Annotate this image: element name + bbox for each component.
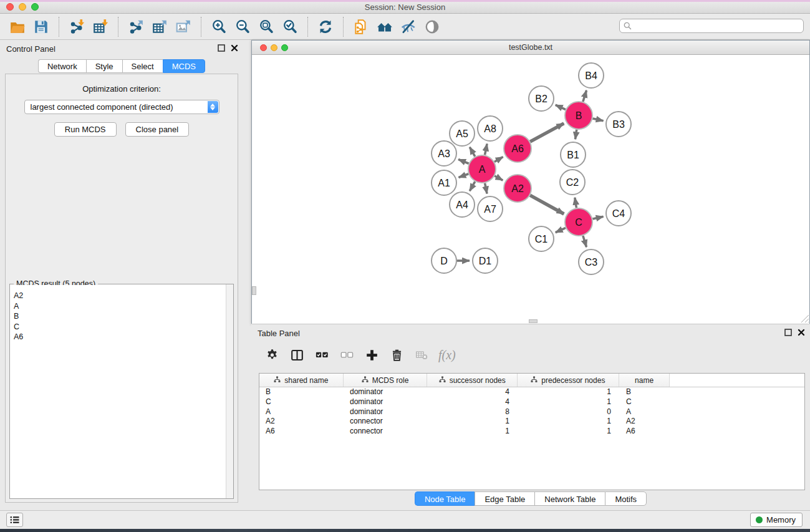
edge-B-B3[interactable] (592, 118, 603, 121)
open-folder-icon[interactable] (8, 17, 27, 36)
column-header-shared-name[interactable]: shared name (259, 374, 344, 387)
cell-mcds_role[interactable]: dominator (344, 387, 428, 397)
column-header-successor-nodes[interactable]: successor nodes (427, 374, 518, 387)
result-item[interactable]: B (11, 311, 226, 322)
criterion-select[interactable]: largest connected component (directed) (24, 100, 219, 114)
edge-A2-C[interactable] (530, 195, 564, 214)
import-network-icon[interactable] (67, 17, 86, 36)
cell-name[interactable]: A2 (620, 417, 671, 427)
edge-A-A5[interactable] (470, 147, 475, 157)
tab-motifs[interactable]: Motifs (605, 491, 647, 506)
cell-mcds_role[interactable]: connector (344, 427, 428, 437)
tab-network-table[interactable]: Network Table (534, 491, 605, 506)
clone-network-icon[interactable] (352, 17, 370, 36)
cell-name[interactable]: B (620, 387, 671, 397)
home-icon[interactable] (375, 17, 394, 36)
edge-A-A4[interactable] (470, 181, 475, 191)
edge-A-A1[interactable] (459, 174, 469, 178)
network-hscroll-thumb[interactable] (529, 319, 538, 323)
cell-successor_nodes[interactable]: 1 (428, 427, 518, 437)
cell-successor_nodes[interactable]: 1 (428, 417, 518, 427)
network-vscroll-thumb[interactable] (252, 286, 256, 295)
zoom-selected-icon[interactable] (281, 17, 299, 36)
control-tab-select[interactable]: Select (122, 59, 163, 73)
table-row-B[interactable]: Bdominator41B (259, 387, 804, 397)
cell-predecessor_nodes[interactable]: 1 (518, 427, 620, 437)
zoom-fit-icon[interactable] (257, 17, 276, 36)
control-tab-network[interactable]: Network (38, 59, 86, 73)
edge-C-C2[interactable] (575, 198, 577, 208)
control-tab-style[interactable]: Style (86, 59, 122, 73)
export-image-icon[interactable] (174, 17, 193, 36)
edge-A6-B[interactable] (530, 123, 564, 142)
column-header-MCDS-role[interactable]: MCDS role (344, 374, 428, 387)
edge-C-C1[interactable] (556, 228, 566, 232)
gear-icon[interactable] (263, 346, 281, 364)
cell-predecessor_nodes[interactable]: 0 (518, 407, 620, 417)
edge-B-B1[interactable] (576, 130, 577, 139)
cell-name[interactable]: A (620, 407, 671, 417)
result-item[interactable]: A2 (11, 291, 226, 301)
table-row-A[interactable]: Adominator80A (259, 407, 804, 417)
delete-table-icon[interactable] (412, 346, 431, 364)
cell-predecessor_nodes[interactable]: 1 (518, 387, 620, 397)
close-panel-button[interactable]: Close panel (125, 122, 190, 137)
select-all-icon[interactable] (312, 346, 331, 364)
table-row-A6[interactable]: A6connector11A6 (259, 427, 804, 437)
cell-mcds_role[interactable]: dominator (344, 397, 428, 407)
edge-C-C4[interactable] (592, 216, 603, 219)
network-window-titlebar[interactable]: testGlobe.txt (252, 41, 809, 55)
network-canvas[interactable]: AA1A2A3A4A5A6A7A8BB1B2B3B4CC1C2C3C4DD1 (252, 56, 809, 324)
float-table-panel-icon[interactable] (784, 329, 792, 336)
search-input[interactable] (619, 19, 804, 33)
task-history-button[interactable] (6, 513, 23, 527)
edge-A-A8[interactable] (485, 144, 488, 155)
cell-shared_name[interactable]: C (259, 397, 344, 407)
edge-A-A7[interactable] (485, 183, 487, 194)
zoom-in-icon[interactable] (210, 17, 228, 36)
result-scrollbar[interactable] (226, 284, 233, 498)
cell-name[interactable]: A6 (620, 427, 671, 437)
export-table-icon[interactable] (150, 17, 169, 36)
refresh-icon[interactable] (316, 17, 335, 36)
cell-predecessor_nodes[interactable]: 1 (518, 417, 620, 427)
columns-icon[interactable] (287, 346, 306, 364)
edge-C-C3[interactable] (583, 236, 587, 247)
show-view-icon[interactable] (423, 17, 441, 36)
import-table-icon[interactable] (91, 17, 110, 36)
cell-predecessor_nodes[interactable]: 1 (518, 397, 620, 407)
tab-edge-table[interactable]: Edge Table (475, 491, 534, 506)
column-header-predecessor-nodes[interactable]: predecessor nodes (518, 374, 619, 387)
cell-mcds_role[interactable]: connector (344, 417, 428, 427)
table-row-A2[interactable]: A2connector11A2 (259, 417, 804, 427)
result-item[interactable]: A6 (11, 332, 226, 342)
edge-B-B2[interactable] (556, 105, 566, 109)
cell-shared_name[interactable]: A6 (259, 427, 344, 437)
zoom-out-icon[interactable] (233, 17, 252, 36)
add-icon[interactable] (362, 346, 381, 364)
result-item[interactable]: C (11, 322, 226, 332)
edge-B-B4[interactable] (583, 90, 587, 102)
edge-A-A3[interactable] (458, 159, 469, 163)
column-header-name[interactable]: name (619, 374, 670, 387)
float-panel-icon[interactable] (218, 44, 225, 52)
cell-shared_name[interactable]: B (259, 387, 344, 397)
cell-mcds_role[interactable]: dominator (344, 407, 428, 417)
cell-name[interactable]: C (620, 397, 671, 407)
result-item[interactable]: A (11, 301, 226, 312)
close-panel-icon[interactable] (231, 44, 238, 52)
edge-A-A6[interactable] (494, 157, 503, 162)
memory-button[interactable]: Memory (750, 513, 803, 527)
save-icon[interactable] (32, 17, 51, 36)
deselect-all-icon[interactable] (337, 346, 356, 364)
edge-A-A2[interactable] (494, 176, 503, 180)
delete-icon[interactable] (387, 346, 406, 364)
cell-successor_nodes[interactable]: 4 (428, 387, 518, 397)
export-network-icon[interactable] (127, 17, 145, 36)
tab-node-table[interactable]: Node Table (415, 491, 475, 506)
run-mcds-button[interactable]: Run MCDS (54, 122, 117, 137)
control-tab-mcds[interactable]: MCDS (163, 59, 205, 73)
close-table-panel-icon[interactable] (798, 329, 805, 336)
hide-preview-icon[interactable] (399, 17, 418, 36)
cell-successor_nodes[interactable]: 8 (428, 407, 518, 417)
